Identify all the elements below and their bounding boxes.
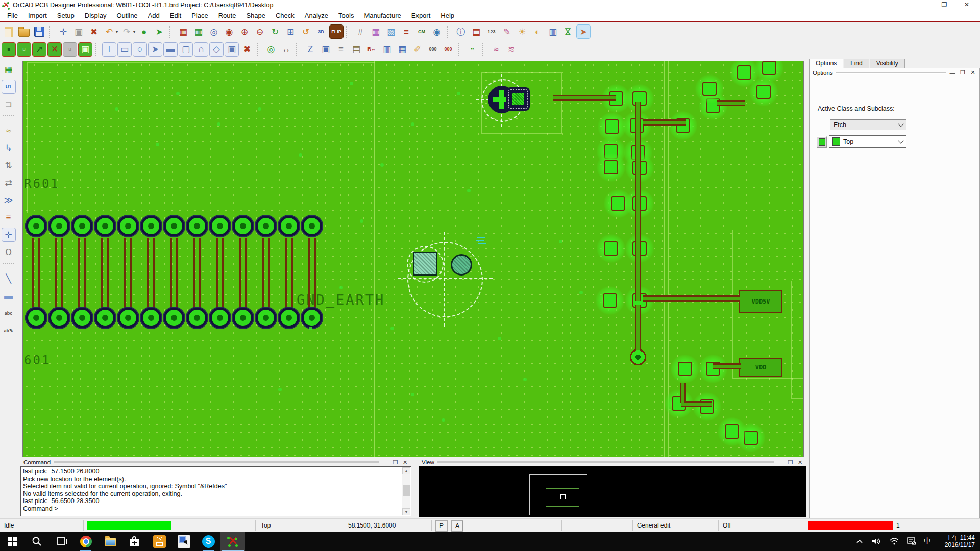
restore-button[interactable]: ❐ [933, 0, 955, 10]
pane-minimize-button[interactable]: — [949, 70, 956, 76]
application-mode-button[interactable]: A [451, 520, 463, 532]
route-connect-icon[interactable]: Z [304, 43, 317, 56]
redo-icon[interactable]: ↷ [120, 25, 133, 38]
connector-pad[interactable] [255, 307, 277, 329]
menu-import[interactable]: Import [23, 11, 52, 20]
menu-edit[interactable]: Edit [165, 11, 186, 20]
signal-wave-icon[interactable]: ≋ [505, 43, 518, 56]
trace[interactable] [643, 119, 686, 126]
update-drc-icon[interactable]: ⋈ [561, 25, 575, 38]
component-pad[interactable] [597, 234, 625, 263]
copy-route-icon[interactable]: ▣ [319, 43, 332, 56]
trace[interactable] [635, 305, 641, 350]
signal-probe-icon[interactable]: ≈ [489, 43, 503, 56]
find-icon[interactable]: ● [137, 25, 151, 38]
connector-pad[interactable] [71, 215, 93, 237]
trace[interactable] [170, 238, 178, 307]
small-pads-icon[interactable]: ▪▪ [465, 43, 479, 56]
toggle-grid-icon[interactable]: # [354, 25, 367, 38]
board-grid-icon[interactable]: ▦ [192, 25, 205, 38]
connector-pad[interactable] [117, 215, 139, 237]
paste-clipboard-icon[interactable]: ▤ [350, 43, 363, 56]
connector-pad[interactable] [48, 307, 70, 329]
copy-icon[interactable]: ▣ [72, 25, 85, 38]
redo-dropdown-icon[interactable]: ▾ [133, 30, 135, 34]
add-text-icon[interactable]: abc [2, 307, 15, 320]
fix-elements-icon[interactable]: ✐ [411, 43, 424, 56]
view-minimize-button[interactable]: — [777, 459, 784, 465]
ime-language-button[interactable]: 中 [924, 537, 931, 546]
undo-icon[interactable]: ↶ [103, 25, 116, 38]
command-restore-button[interactable]: ❐ [392, 459, 399, 466]
trace[interactable] [239, 238, 247, 307]
menu-place[interactable]: Place [186, 11, 213, 20]
selected-square-pad[interactable] [413, 252, 437, 276]
show-measure-icon[interactable]: 123 [485, 25, 498, 38]
place-manual-icon[interactable]: ▦ [2, 63, 15, 76]
trace[interactable] [55, 238, 63, 307]
view-close-button[interactable]: ✕ [797, 459, 803, 466]
menu-help[interactable]: Help [435, 11, 459, 20]
open-drawing-icon[interactable] [17, 25, 31, 38]
delete-icon[interactable]: ✖ [87, 25, 101, 38]
connector-pad[interactable] [232, 307, 254, 329]
trace[interactable] [717, 100, 745, 106]
add-rectangle-icon[interactable]: ▬ [164, 43, 177, 56]
menu-display[interactable]: Display [80, 11, 112, 20]
menu-analyze[interactable]: Analyze [300, 11, 333, 20]
view-3d-icon[interactable]: 3D [314, 25, 328, 38]
multi-route-icon[interactable]: ≡ [2, 211, 15, 224]
via-pad[interactable] [629, 348, 647, 366]
measure-distance-icon[interactable]: ↔ [280, 43, 293, 56]
shape-vdd[interactable]: VDD [739, 358, 782, 377]
start-button[interactable] [0, 532, 24, 551]
slide-shape-icon[interactable]: ↗ [33, 43, 46, 56]
menu-setup[interactable]: Setup [52, 11, 80, 20]
taskbar-skype[interactable] [196, 532, 220, 551]
trace[interactable] [285, 238, 293, 307]
zoom-previous-icon[interactable]: ↺ [299, 25, 312, 38]
create-fanout-icon[interactable]: ↳ [2, 141, 15, 155]
taskbar-orcad-capture[interactable] [147, 532, 172, 551]
constraint-manager-icon[interactable]: CM [415, 25, 428, 38]
volume-icon[interactable] [872, 535, 882, 547]
subclass-color-button[interactable] [817, 136, 827, 148]
add-line-icon[interactable]: ▭ [118, 43, 131, 56]
command-scrollbar[interactable]: ▲ ▼ [402, 467, 410, 515]
menu-check[interactable]: Check [271, 11, 300, 20]
glossing-icon[interactable]: ✛ [2, 228, 15, 241]
connector-pad[interactable] [301, 307, 323, 329]
taskbar-clock[interactable]: 上午 11:44 2016/11/17 [938, 534, 975, 548]
trace[interactable] [216, 238, 224, 307]
board-outline-icon[interactable]: ▦ [177, 25, 190, 38]
edit-shape-icon[interactable]: ▫ [17, 43, 31, 56]
connector-pad[interactable] [163, 307, 185, 329]
shape-void-icon[interactable]: ▣ [79, 43, 92, 56]
connector-pad[interactable] [117, 307, 139, 329]
connector-pad[interactable] [186, 307, 208, 329]
round-corner-icon[interactable]: ∩ [194, 43, 208, 56]
fillet-icon[interactable]: ▣ [225, 43, 238, 56]
color-dialog-icon[interactable]: ▦ [369, 25, 382, 38]
merge-shapes-icon[interactable]: ✕ [48, 43, 61, 56]
wifi-icon[interactable] [889, 535, 899, 547]
swap-refdes-icon[interactable]: R↔ [365, 43, 378, 56]
connector-pad[interactable] [163, 215, 185, 237]
hidden-icons-chevron[interactable] [854, 535, 865, 547]
connector-pad[interactable] [140, 307, 162, 329]
board-overview[interactable] [419, 466, 806, 517]
component-pad[interactable] [749, 78, 778, 106]
add-rect-icon[interactable]: ▬ [2, 289, 15, 303]
trace[interactable] [32, 238, 40, 307]
redraw-icon[interactable]: ↻ [268, 25, 282, 38]
trace[interactable] [553, 95, 616, 101]
minimize-button[interactable]: — [911, 0, 933, 10]
scroll-thumb[interactable] [403, 485, 410, 496]
command-close-button[interactable]: ✕ [402, 459, 408, 466]
delete-islands-icon[interactable]: ▫ [63, 43, 77, 56]
menu-export[interactable]: Export [406, 11, 436, 20]
trace[interactable] [124, 238, 132, 307]
selected-round-pad[interactable] [451, 254, 472, 276]
connector-pad[interactable] [209, 307, 231, 329]
taskbar-chrome[interactable] [74, 532, 98, 551]
